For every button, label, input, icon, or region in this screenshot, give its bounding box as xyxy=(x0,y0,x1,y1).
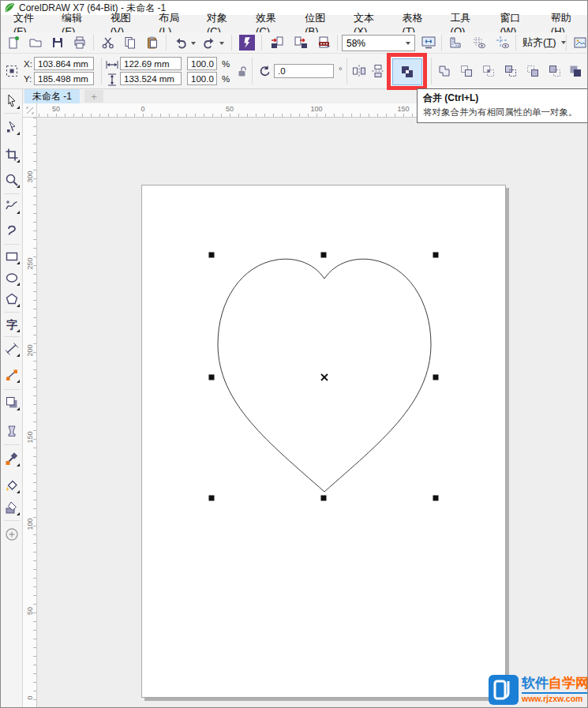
curve-tool[interactable] xyxy=(2,222,21,241)
intersect-button[interactable] xyxy=(479,62,498,81)
print-button[interactable] xyxy=(70,33,89,52)
flyout-arrow-icon xyxy=(17,185,20,188)
flyout-arrow-icon xyxy=(17,132,20,135)
watermark-brand: 软件自学网 xyxy=(522,676,588,694)
save-button[interactable] xyxy=(48,33,67,52)
intersect-icon xyxy=(481,64,496,78)
redo-button[interactable] xyxy=(200,33,219,52)
polygon-tool[interactable] xyxy=(2,290,21,309)
ellipse-tool[interactable] xyxy=(2,268,21,287)
selection-handle xyxy=(433,253,439,258)
export-icon xyxy=(294,36,308,50)
open-button[interactable] xyxy=(26,33,45,52)
selection-handle xyxy=(209,375,215,380)
plus-circle-icon xyxy=(5,527,19,541)
toolbox-separator xyxy=(4,444,20,445)
cut-button[interactable] xyxy=(99,33,118,52)
import-icon xyxy=(270,36,284,50)
hruler-label: 100 xyxy=(310,105,322,113)
flyout-arrow-icon xyxy=(17,304,20,307)
export-button[interactable] xyxy=(291,33,310,52)
dimension-tool[interactable] xyxy=(2,339,21,358)
add-tools-button[interactable] xyxy=(2,525,21,544)
zoom-level-combobox[interactable]: 58% xyxy=(342,35,415,51)
tooltip-body: 将对象合并为有相同属性的单一对象。 xyxy=(423,107,582,118)
propbar-separator xyxy=(252,58,253,84)
object-height-field[interactable]: 133.524 mm xyxy=(120,72,182,85)
fill-tool[interactable] xyxy=(2,476,21,495)
ruler-origin-button[interactable] xyxy=(23,103,37,118)
fullscreen-preview-button[interactable] xyxy=(419,33,438,52)
selection-handle xyxy=(433,496,439,501)
paste-button[interactable] xyxy=(143,33,162,52)
flyout-arrow-icon xyxy=(17,512,20,515)
toolbar-separator xyxy=(515,35,516,51)
front-minus-back-button[interactable] xyxy=(523,62,542,81)
undo-button[interactable] xyxy=(171,33,190,52)
undo-dropdown[interactable] xyxy=(190,40,197,47)
redo-dropdown[interactable] xyxy=(219,40,225,47)
pick-tool[interactable] xyxy=(2,92,21,111)
flyout-arrow-icon xyxy=(17,490,20,493)
new-document-tab-button[interactable]: + xyxy=(84,90,103,103)
new-document-button[interactable] xyxy=(4,33,23,52)
toolbar-separator xyxy=(441,35,442,51)
options-button[interactable] xyxy=(571,33,588,52)
guidelines-icon xyxy=(496,36,510,50)
y-position-label: Y: xyxy=(24,74,32,84)
lock-ratio-button[interactable] xyxy=(233,62,252,81)
vruler-label: 300 xyxy=(25,170,35,184)
import-button[interactable] xyxy=(268,33,287,52)
x-position-field[interactable]: 103.864 mm xyxy=(34,57,94,70)
hruler-label: 150 xyxy=(397,105,409,113)
trim-button[interactable] xyxy=(457,62,476,81)
crop-tool[interactable] xyxy=(2,145,21,164)
application-launcher-button[interactable] xyxy=(238,33,257,52)
vruler-label: 250 xyxy=(25,257,35,271)
y-position-field[interactable]: 185.498 mm xyxy=(34,72,94,85)
propbar-separator xyxy=(101,58,102,84)
object-width-field[interactable]: 122.69 mm xyxy=(120,57,182,70)
rotation-angle-field[interactable]: .0 xyxy=(274,64,334,78)
create-boundary-button[interactable] xyxy=(566,62,585,81)
scale-vertical-field[interactable]: 100.0 xyxy=(187,72,217,85)
document-tab-active[interactable]: 未命名 -1 xyxy=(24,89,80,103)
dropdown-arrow-icon xyxy=(406,42,410,45)
drawing-area[interactable] xyxy=(37,118,588,708)
heart-curve-object[interactable] xyxy=(218,259,431,492)
show-grid-button[interactable] xyxy=(470,33,489,52)
scale-horizontal-field[interactable]: 100.0 xyxy=(187,57,217,70)
vertical-ruler[interactable]: 300 250 200 150 100 50 0 xyxy=(23,118,37,708)
back-minus-front-button[interactable] xyxy=(545,62,564,81)
copy-button[interactable] xyxy=(121,33,140,52)
flyout-arrow-icon xyxy=(17,283,20,286)
transparency-tool[interactable] xyxy=(2,422,21,441)
trim-icon xyxy=(459,64,474,78)
text-tool[interactable]: 字 xyxy=(2,315,21,334)
hruler-label: 50 xyxy=(52,105,60,113)
freehand-tool[interactable] xyxy=(2,197,21,215)
rectangle-tool[interactable] xyxy=(2,247,21,266)
simplify-button[interactable] xyxy=(501,62,520,81)
snap-to-dropdown[interactable]: 贴齐(T) xyxy=(518,34,571,51)
watermark: 软件自学网 www.rjzxw.com xyxy=(489,672,588,707)
publish-pdf-button[interactable] xyxy=(315,33,334,52)
weld-button[interactable] xyxy=(435,62,454,81)
scissors-icon xyxy=(101,36,115,50)
show-rulers-button[interactable] xyxy=(446,33,465,52)
zoom-tool[interactable] xyxy=(2,170,21,189)
drop-shadow-tool[interactable] xyxy=(2,393,21,412)
mirror-horizontal-button[interactable] xyxy=(350,62,369,81)
vruler-label: 100 xyxy=(25,517,35,531)
propbar-separator xyxy=(431,58,432,84)
color-eyedropper-tool[interactable] xyxy=(2,449,21,468)
tooltip: 合并 (Ctrl+L) 将对象合并为有相同属性的单一对象。 xyxy=(417,88,588,123)
connector-tool[interactable] xyxy=(2,365,21,384)
toolbox-separator xyxy=(4,520,20,521)
interactive-fill-tool[interactable] xyxy=(2,498,21,517)
mirror-vertical-button[interactable] xyxy=(369,62,388,81)
flyout-arrow-icon xyxy=(17,407,20,410)
shape-tool[interactable] xyxy=(2,118,21,137)
combine-button[interactable] xyxy=(392,58,422,85)
show-guidelines-button[interactable] xyxy=(493,33,512,52)
